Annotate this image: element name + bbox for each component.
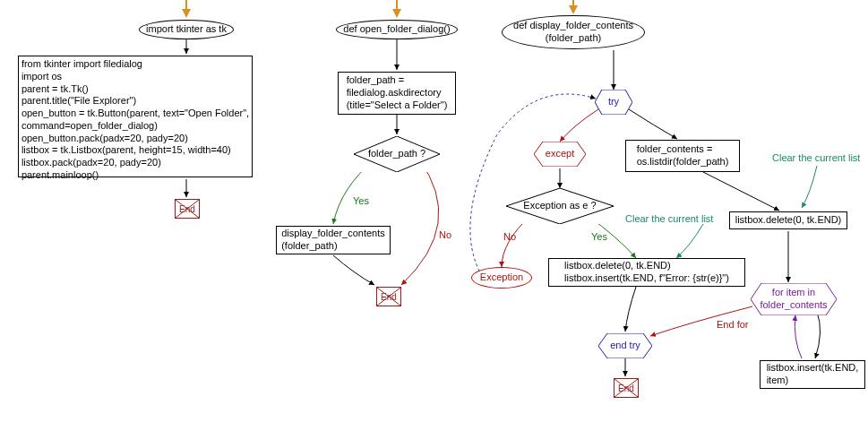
annotation-text: Clear the current list: [772, 152, 860, 163]
node-text: End: [618, 383, 634, 393]
yes-label: Yes: [591, 231, 607, 242]
end-node: End: [614, 378, 639, 398]
entry-line: [185, 0, 187, 11]
svg-line-7: [703, 172, 779, 211]
process-node: folder_contents = os.listdir(folder_path…: [625, 140, 740, 172]
no-label: No: [439, 229, 451, 240]
node-text: def open_folder_dialog(): [343, 23, 450, 36]
decision-node: folder_path ?: [354, 136, 440, 172]
node-text: except: [537, 148, 582, 160]
end-node: End: [175, 199, 200, 219]
process-node: folder_path = filedialog.askdirectory (t…: [338, 72, 456, 115]
node-text: try: [598, 96, 629, 108]
start-node: import tkinter as tk: [139, 20, 234, 39]
end-node: End: [376, 287, 401, 306]
node-text: folder_contents = os.listdir(folder_path…: [637, 143, 729, 168]
except-node: except: [534, 142, 586, 167]
end-try-node: end try: [598, 333, 652, 358]
process-node: listbox.delete(0, tk.END): [729, 211, 847, 229]
process-node: listbox.delete(0, tk.END) listbox.insert…: [548, 258, 745, 287]
node-text: for item in folder_contents: [754, 287, 833, 312]
entry-line: [572, 0, 574, 11]
exception-node: Exception: [471, 267, 532, 289]
node-text: listbox.insert(tk.END, item): [767, 362, 859, 387]
node-text: folder_path ?: [363, 148, 431, 160]
node-text: end try: [602, 340, 649, 352]
yes-label: Yes: [353, 195, 369, 206]
process-node: display_folder_contents (folder_path): [276, 226, 391, 254]
node-text: from tkinter import filedialog import os…: [21, 58, 249, 182]
decision-node: Exception as e ?: [506, 188, 614, 224]
process-node: listbox.insert(tk.END, item): [760, 360, 865, 389]
node-text: display_folder_contents (folder_path): [281, 228, 385, 253]
node-text: Exception as e ?: [518, 200, 601, 212]
entry-line: [396, 0, 398, 11]
node-text: listbox.delete(0, tk.END): [735, 214, 842, 227]
node-text: End: [179, 204, 195, 214]
no-label: No: [503, 231, 516, 242]
for-loop-node: for item in folder_contents: [751, 283, 837, 315]
node-text: import tkinter as tk: [146, 23, 227, 36]
node-text: End: [381, 292, 397, 302]
node-text: def display_folder_contents (folder_path…: [513, 20, 633, 45]
node-text: folder_path = filedialog.askdirectory (t…: [347, 74, 448, 111]
node-text: Exception: [480, 271, 523, 284]
process-node: from tkinter import filedialog import os…: [18, 56, 253, 177]
node-text: listbox.delete(0, tk.END) listbox.insert…: [564, 260, 729, 285]
start-node: def display_folder_contents (folder_path…: [502, 15, 645, 49]
try-node: try: [595, 90, 632, 115]
start-node: def open_folder_dialog(): [336, 20, 458, 39]
end-for-label: End for: [717, 319, 748, 330]
annotation-text: Clear the current list: [625, 213, 713, 224]
